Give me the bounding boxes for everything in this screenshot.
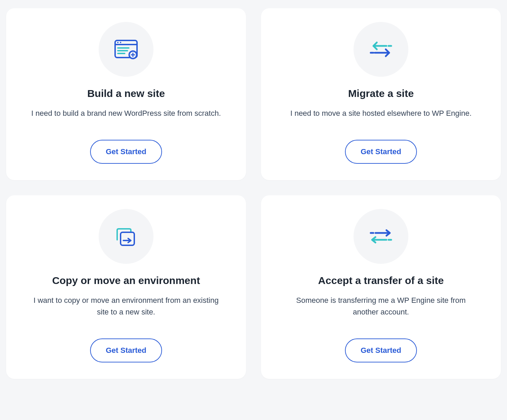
card-title: Accept a transfer of a site — [318, 275, 444, 286]
card-description: Someone is transferring me a WP Engine s… — [285, 295, 477, 318]
svg-rect-12 — [121, 232, 134, 245]
get-started-button[interactable]: Get Started — [90, 140, 162, 164]
card-description: I want to copy or move an environment fr… — [30, 295, 222, 318]
copy-move-icon — [99, 209, 153, 264]
svg-point-3 — [120, 42, 121, 43]
card-accept-transfer: Accept a transfer of a site Someone is t… — [261, 195, 501, 379]
svg-point-2 — [117, 42, 119, 43]
accept-transfer-icon — [354, 209, 408, 264]
migrate-site-icon — [354, 22, 408, 77]
card-grid: Build a new site I need to build a brand… — [6, 8, 501, 379]
card-title: Migrate a site — [348, 88, 414, 99]
get-started-button[interactable]: Get Started — [345, 338, 417, 362]
card-description: I need to move a site hosted elsewhere t… — [290, 108, 471, 119]
card-title: Build a new site — [87, 88, 165, 99]
card-description: I need to build a brand new WordPress si… — [31, 108, 221, 119]
get-started-button[interactable]: Get Started — [90, 338, 162, 362]
card-migrate-site: Migrate a site I need to move a site hos… — [261, 8, 501, 180]
build-site-icon — [99, 22, 153, 77]
card-copy-move-environment: Copy or move an environment I want to co… — [6, 195, 246, 379]
card-build-new-site: Build a new site I need to build a brand… — [6, 8, 246, 180]
get-started-button[interactable]: Get Started — [345, 140, 417, 164]
card-title: Copy or move an environment — [52, 275, 200, 286]
